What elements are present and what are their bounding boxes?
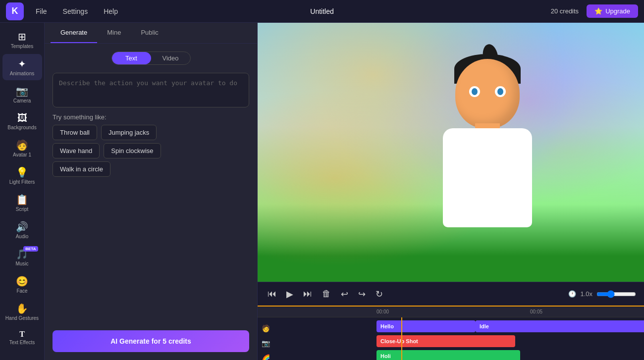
hand-gestures-icon: ✋: [16, 303, 28, 314]
menu-file[interactable]: File: [36, 7, 47, 15]
clock-icon: 🕐: [568, 290, 576, 298]
sidebar-item-music[interactable]: BETA 🎵 Music: [2, 244, 42, 270]
sidebar-label-hand-gestures: Hand Gestures: [5, 315, 39, 321]
sidebar-label-audio: Audio: [16, 234, 29, 239]
tab-generate[interactable]: Generate: [51, 23, 97, 43]
generate-button[interactable]: AI Generate for 5 credits: [53, 330, 249, 352]
toggle-video[interactable]: Video: [151, 52, 190, 64]
video-area: ⏮ ▶ ⏭ 🗑 ↩ ↪ ↻ 🕐 1.0x 00:00 00:05 00:10: [258, 23, 644, 360]
sidebar-item-audio[interactable]: 🔊 Audio: [2, 217, 42, 243]
beta-badge: BETA: [23, 246, 38, 252]
tab-mine[interactable]: Mine: [97, 23, 131, 43]
background-track-icon: 🌈: [262, 354, 270, 360]
sidebar-item-hand-gestures[interactable]: ✋ Hand Gestures: [2, 299, 42, 325]
time-mark-0: 00:00: [376, 309, 389, 314]
animations-panel: Generate Mine Public Text Video Try some…: [45, 23, 258, 360]
avatar-icon: 🧑: [16, 139, 28, 151]
redo-button[interactable]: ↪: [356, 287, 368, 302]
navbar-right: 20 credits ⭐ Upgrade: [551, 4, 638, 18]
timeline: 00:00 00:05 00:10 🧑 📷 🌈 Hello Idle: [258, 306, 644, 360]
play-button[interactable]: ▶: [284, 287, 295, 302]
sidebar-label-backgrounds: Backgrounds: [7, 125, 36, 130]
script-icon: 📋: [16, 194, 28, 206]
credits-display: 20 credits: [551, 7, 579, 15]
panel-body: Text Video Try something like: Throw bal…: [45, 44, 257, 360]
track-hello[interactable]: Hello: [376, 320, 476, 332]
text-effects-icon: T: [19, 330, 25, 339]
sidebar-label-script: Script: [16, 206, 29, 212]
icon-sidebar: ⊞ Templates ✦ Animations 📷 Camera 🖼 Back…: [0, 23, 45, 360]
skip-forward-button[interactable]: ⏭: [301, 287, 314, 301]
avatar-eye-left: [469, 86, 480, 97]
track-holi-label: Holi: [380, 353, 391, 359]
speed-slider[interactable]: [596, 290, 636, 298]
navbar-menu: File Settings Help: [36, 7, 551, 15]
upgrade-button[interactable]: ⭐ Upgrade: [587, 4, 638, 18]
toolbar-controls: ⏮ ▶ ⏭ 🗑 ↩ ↪ ↻: [266, 287, 385, 302]
prompt-input[interactable]: [53, 73, 249, 107]
avatar-eye-right: [495, 86, 506, 97]
menu-settings[interactable]: Settings: [63, 7, 88, 15]
sidebar-label-animations: Animations: [10, 71, 34, 76]
avatar-pupil-right: [497, 88, 503, 95]
templates-icon: ⊞: [18, 31, 26, 43]
refresh-button[interactable]: ↻: [374, 287, 385, 302]
sidebar-item-script[interactable]: 📋 Script: [2, 190, 42, 216]
text-video-toggle: Text Video: [111, 51, 191, 65]
timeline-playhead[interactable]: [401, 317, 402, 360]
track-idle[interactable]: Idle: [476, 320, 644, 332]
avatar-pupil-left: [472, 88, 478, 95]
sidebar-label-camera: Camera: [13, 98, 31, 103]
animations-icon: ✦: [18, 58, 26, 70]
panel-tabs: Generate Mine Public: [45, 23, 257, 44]
sidebar-item-camera[interactable]: 📷 Camera: [2, 81, 42, 107]
avatar-figure: [423, 59, 552, 282]
avatar-preview: [408, 44, 567, 282]
track-idle-label: Idle: [480, 323, 489, 329]
sidebar-item-animations[interactable]: ✦ Animations: [2, 54, 42, 80]
suggestion-walk-circle[interactable]: Walk in a circle: [53, 161, 110, 177]
light-filters-icon: 💡: [16, 166, 28, 178]
tab-public[interactable]: Public: [131, 23, 168, 43]
upgrade-icon: ⭐: [594, 7, 602, 15]
sidebar-label-light-filters: Light Filters: [9, 179, 35, 185]
time-mark-5: 00:05: [530, 309, 542, 314]
sidebar-item-text-effects[interactable]: T Text Effects: [2, 326, 42, 349]
track-closeup[interactable]: Close-Up Shot: [376, 335, 515, 347]
navbar: K File Settings Help Untitled 20 credits…: [0, 0, 644, 23]
undo-button[interactable]: ↩: [339, 287, 350, 302]
sidebar-label-templates: Templates: [11, 44, 34, 49]
track-closeup-label: Close-Up Shot: [380, 338, 418, 344]
sidebar-item-backgrounds[interactable]: 🖼 Backgrounds: [2, 108, 42, 134]
suggestion-spin-clockwise[interactable]: Spin clockwise: [104, 143, 161, 158]
skip-back-button[interactable]: ⏮: [266, 287, 278, 301]
suggestion-row-2: Walk in a circle: [53, 161, 249, 177]
animation-track-icon: 🧑: [262, 324, 270, 332]
sidebar-item-avatar[interactable]: 🧑 Avatar 1: [2, 135, 42, 161]
face-icon: 😊: [16, 275, 28, 287]
try-label: Try something like:: [53, 113, 249, 121]
sidebar-item-templates[interactable]: ⊞ Templates: [2, 27, 42, 53]
sidebar-item-light-filters[interactable]: 💡 Light Filters: [2, 162, 42, 189]
speed-display: 1.0x: [580, 290, 592, 298]
sidebar-item-face[interactable]: 😊 Face: [2, 271, 42, 298]
toolbar-right: 🕐 1.0x: [568, 290, 636, 298]
avatar-head: [455, 59, 520, 128]
video-toolbar: ⏮ ▶ ⏭ 🗑 ↩ ↪ ↻ 🕐 1.0x: [258, 282, 644, 306]
suggestion-throw-ball[interactable]: Throw ball: [53, 125, 97, 140]
suggestion-jumping-jacks[interactable]: Jumping jacks: [101, 125, 157, 140]
suggestion-row-1: Wave hand Spin clockwise: [53, 143, 249, 158]
delete-button[interactable]: 🗑: [320, 287, 333, 301]
camera-track-icon: 📷: [262, 339, 270, 347]
sidebar-label-face: Face: [16, 288, 27, 294]
track-holi[interactable]: Holi: [376, 350, 520, 360]
audio-icon: 🔊: [16, 221, 28, 233]
timeline-tracks: 🧑 📷 🌈 Hello Idle Bhangra Dance: [258, 317, 644, 360]
sidebar-label-music: Music: [15, 261, 28, 266]
toggle-text[interactable]: Text: [112, 52, 151, 64]
suggestion-wave-hand[interactable]: Wave hand: [53, 143, 100, 158]
menu-help[interactable]: Help: [104, 7, 118, 15]
camera-icon: 📷: [16, 85, 28, 97]
upgrade-label: Upgrade: [605, 7, 630, 15]
timeline-ruler: 00:00 00:05 00:10: [258, 307, 644, 317]
